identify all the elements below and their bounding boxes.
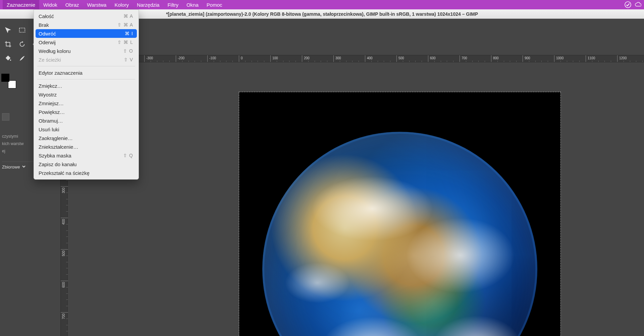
menu-item-przekształć-na-ścieżkę[interactable]: Przekształć na ścieżkę (34, 169, 139, 177)
ruler-label: -300 (146, 56, 153, 60)
menu-item-label: Całość (39, 13, 123, 19)
menu-item-shortcut: ⇧ Q (123, 153, 133, 158)
menu-label: Filtry (167, 2, 178, 8)
earth-image (262, 132, 537, 336)
menu-item-label: Zaokrąglenie… (39, 135, 133, 141)
menu-item-obramuj[interactable]: Obramuj… (34, 116, 139, 125)
menu-okna[interactable]: Okna (182, 0, 203, 9)
ruler-label: 400 (62, 219, 65, 225)
menu-item-wyostrz[interactable]: Wyostrz (34, 90, 139, 99)
menu-item-usuń-luki[interactable]: Usuń luki (34, 125, 139, 134)
ruler-label: 700 (62, 314, 65, 319)
menu-item-label: Szybka maska (39, 153, 123, 158)
window-title: *[planeta_ziemia] (zaimportowany)-2.0 (K… (166, 11, 478, 17)
menu-item-label: Zmiękcz… (39, 83, 133, 89)
menu-item-label: Usuń luki (39, 127, 133, 132)
menu-item-label: Brak (39, 22, 117, 28)
menu-item-edytor-zaznaczenia[interactable]: Edytor zaznaczenia (34, 68, 139, 77)
menu-filtry[interactable]: Filtry (163, 0, 182, 9)
svg-rect-1 (19, 28, 25, 32)
menu-item-odwróć[interactable]: Odwróć⌘ I (36, 29, 137, 38)
zbiorowe-label: Zbiorowe (2, 164, 20, 170)
foreground-background-colors[interactable] (1, 74, 16, 88)
menu-item-zapisz-do-kanału[interactable]: Zapisz do kanału (34, 160, 139, 169)
tool-rotate[interactable] (15, 38, 29, 51)
menu-item-label: Ze ścieżki (39, 57, 124, 63)
menu-item-shortcut: ⇧ ⌘ A (117, 22, 133, 27)
ruler-label: 800 (493, 56, 499, 60)
canvas-viewport[interactable] (68, 62, 644, 336)
menu-item-zaokrąglenie[interactable]: Zaokrąglenie… (34, 134, 139, 142)
ruler-label: 500 (62, 251, 65, 256)
menu-zaznaczenie[interactable]: Zaznaczenie (3, 0, 39, 9)
ruler-label: 300 (62, 188, 65, 193)
menu-item-label: Wyostrz (39, 92, 133, 97)
tool-bucket-fill[interactable] (1, 52, 15, 65)
menu-item-label: Edytor zaznaczenia (39, 70, 133, 76)
menu-item-zniekształcenie[interactable]: Zniekształcenie… (34, 142, 139, 151)
canvas-workspace: -300-200-1000100200300400500600700800900… (60, 19, 644, 336)
menu-narzedzia[interactable]: Narzędzia (133, 0, 164, 9)
menu-item-szybka-maska[interactable]: Szybka maska⇧ Q (34, 151, 139, 160)
ruler-label: -100 (209, 56, 216, 60)
menu-warstwa[interactable]: Warstwa (83, 0, 111, 9)
menu-item-zmiękcz[interactable]: Zmiękcz… (34, 81, 139, 90)
ruler-label: 0 (241, 56, 243, 60)
menu-pomoc[interactable]: Pomoc (203, 0, 226, 9)
menu-label: Okna (186, 2, 199, 8)
menu-item-brak[interactable]: Brak⇧ ⌘ A (34, 20, 139, 29)
ruler-label: 600 (62, 282, 65, 288)
menu-item-ze-ścieżki: Ze ścieżki⇧ V (34, 55, 139, 64)
menu-item-label: Według koloru (39, 48, 123, 54)
menu-item-label: Obramuj… (39, 118, 133, 124)
menu-item-powiększ[interactable]: Powiększ… (34, 108, 139, 116)
menu-item-oderwij[interactable]: Oderwij⇧ ⌘ L (34, 38, 139, 47)
tool-crop[interactable] (1, 38, 15, 51)
menu-item-całość[interactable]: Całość⌘ A (34, 12, 139, 20)
menu-item-label: Przekształć na ścieżkę (39, 170, 133, 176)
menu-item-shortcut: ⇧ O (123, 48, 133, 54)
menu-item-według-koloru[interactable]: Według koloru⇧ O (34, 47, 139, 55)
menu-label: Warstwa (87, 2, 107, 8)
menu-label: Narzędzia (137, 2, 160, 8)
menu-kolory[interactable]: Kolory (110, 0, 133, 9)
cloud-status-icon (635, 1, 641, 8)
ruler-label: 400 (367, 56, 373, 60)
tool-rectangle-select[interactable] (15, 23, 29, 37)
chevron-down-icon (22, 164, 26, 170)
svg-point-0 (625, 2, 631, 8)
menu-item-shortcut: ⌘ A (123, 13, 133, 19)
menu-obraz[interactable]: Obraz (61, 0, 83, 9)
menu-item-shortcut: ⇧ ⌘ L (117, 40, 133, 45)
ruler-label: 100 (272, 56, 278, 60)
menu-bar: Zaznaczenie Widok Obraz Warstwa Kolory N… (0, 0, 644, 9)
zaznaczenie-dropdown: Całość⌘ ABrak⇧ ⌘ AOdwróć⌘ IOderwij⇧ ⌘ LW… (34, 9, 139, 180)
menu-widok[interactable]: Widok (39, 0, 61, 9)
menu-item-label: Odwróć (39, 31, 125, 37)
menu-separator (37, 79, 135, 79)
horizontal-ruler[interactable]: -300-200-1000100200300400500600700800900… (68, 55, 644, 62)
tool-paintbrush[interactable] (15, 52, 29, 65)
ruler-label: 900 (525, 56, 530, 60)
ruler-label: 1200 (619, 56, 627, 60)
ruler-label: 300 (335, 56, 341, 60)
ruler-label: 600 (430, 56, 436, 60)
menu-label: Widok (43, 2, 57, 8)
ruler-label: -200 (178, 56, 184, 60)
svg-point-2 (10, 60, 11, 61)
menu-item-label: Oderwij (39, 40, 117, 45)
menu-label: Zaznaczenie (7, 2, 35, 8)
menu-item-label: Zniekształcenie… (39, 144, 133, 150)
menu-item-shortcut: ⇧ V (124, 57, 133, 62)
ruler-label: 1100 (588, 56, 595, 60)
ruler-label: 500 (398, 56, 404, 60)
menu-item-shortcut: ⌘ I (125, 31, 133, 36)
foreground-color-swatch[interactable] (1, 74, 9, 82)
ruler-label: 1000 (556, 56, 564, 60)
canvas-image[interactable] (239, 92, 561, 336)
menu-label: Kolory (114, 2, 129, 8)
tool-options-icon (2, 113, 9, 121)
menu-separator (37, 66, 135, 66)
tool-move[interactable] (1, 23, 15, 37)
menu-item-zmniejsz[interactable]: Zmniejsz… (34, 99, 139, 108)
